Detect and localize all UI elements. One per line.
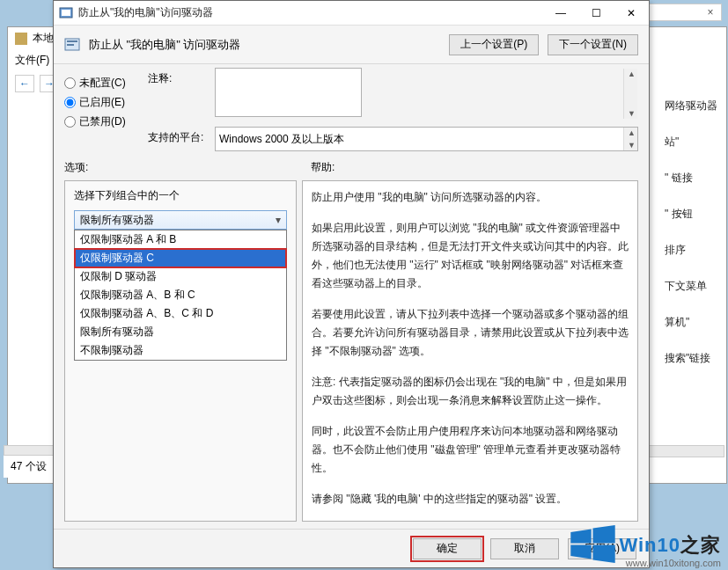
combo-option[interactable]: 仅限制驱动器 A 和 B bbox=[75, 230, 286, 249]
combo-option[interactable]: 限制所有驱动器 bbox=[75, 323, 286, 341]
combo-option[interactable]: 不限制驱动器 bbox=[75, 341, 286, 360]
combo-option[interactable]: 仅限制驱动器 A、B 和 C bbox=[75, 286, 286, 304]
radio-input[interactable] bbox=[64, 116, 76, 128]
policy-icon bbox=[64, 37, 80, 53]
combo-group-label: 选择下列组合中的一个 bbox=[74, 188, 287, 203]
bg-label: 网络驱动器 bbox=[661, 97, 723, 115]
svg-marker-7 bbox=[571, 544, 592, 559]
scroll-up-icon[interactable]: ▲ bbox=[628, 69, 636, 78]
window-title: 防止从"我的电脑"访问驱动器 bbox=[78, 5, 543, 20]
options-pane: 选择下列组合中的一个 限制所有驱动器 仅限制驱动器 A 和 B 仅限制驱动器 C… bbox=[64, 180, 297, 522]
bg-console-title: 本地 bbox=[33, 31, 54, 46]
platform-text: Windows 2000 及以上版本 bbox=[219, 132, 344, 147]
watermark-url: www.win10xitong.com bbox=[626, 558, 721, 568]
help-paragraph: 注意: 代表指定驱动器的图标仍会出现在 "我的电脑" 中，但是如果用户双击这些图… bbox=[312, 373, 629, 410]
options-label: 选项: bbox=[64, 160, 311, 175]
minimize-button[interactable]: — bbox=[543, 2, 578, 25]
help-paragraph: 同时，此设置不会防止用户使用程序来访问本地驱动器和网络驱动器。也不会防止他们使用… bbox=[312, 422, 629, 478]
radio-label: 已启用(E) bbox=[79, 95, 125, 110]
combo-option[interactable]: 仅限制驱动器 C bbox=[75, 249, 286, 267]
watermark-brand2: 之家 bbox=[680, 534, 721, 556]
radio-disabled[interactable]: 已禁用(D) bbox=[64, 114, 148, 129]
help-paragraph: 防止用户使用 "我的电脑" 访问所选驱动器的内容。 bbox=[312, 188, 629, 207]
maximize-button[interactable]: ☐ bbox=[578, 2, 614, 25]
svg-marker-8 bbox=[593, 544, 615, 563]
prev-setting-button[interactable]: 上一个设置(P) bbox=[449, 34, 539, 55]
drive-combo[interactable]: 限制所有驱动器 仅限制驱动器 A 和 B 仅限制驱动器 C 仅限制 D 驱动器 … bbox=[74, 210, 287, 230]
bg-label: 排序 bbox=[661, 241, 723, 259]
bg-label: " 链接 bbox=[661, 169, 723, 187]
nav-back-button[interactable]: ← bbox=[15, 75, 34, 92]
combo-dropdown: 仅限制驱动器 A 和 B 仅限制驱动器 C 仅限制 D 驱动器 仅限制驱动器 A… bbox=[74, 230, 287, 361]
radio-label: 已禁用(D) bbox=[79, 114, 126, 129]
windows-logo-icon bbox=[569, 524, 617, 566]
radio-not-configured[interactable]: 未配置(C) bbox=[64, 76, 148, 91]
combo-option[interactable]: 仅限制驱动器 A、B、C 和 D bbox=[75, 304, 286, 323]
cancel-button[interactable]: 取消 bbox=[490, 538, 559, 559]
help-pane: 防止用户使用 "我的电脑" 访问所选驱动器的内容。 如果启用此设置，则用户可以浏… bbox=[302, 180, 638, 522]
comment-label: 注释: bbox=[148, 68, 204, 86]
close-icon: × bbox=[703, 6, 717, 18]
platform-value: Windows 2000 及以上版本 bbox=[215, 127, 638, 151]
svg-marker-6 bbox=[593, 525, 615, 544]
comment-input[interactable] bbox=[215, 68, 362, 117]
watermark-text: Win10之家 bbox=[619, 532, 721, 559]
titlebar: 防止从"我的电脑"访问驱动器 — ☐ ✕ bbox=[54, 1, 649, 26]
scroll-down-icon[interactable]: ▼ bbox=[628, 141, 636, 150]
bg-label: 站" bbox=[661, 133, 723, 151]
folder-icon bbox=[15, 33, 27, 45]
platform-label: 支持的平台: bbox=[148, 127, 204, 145]
svg-rect-3 bbox=[67, 40, 77, 42]
radio-enabled[interactable]: 已启用(E) bbox=[64, 95, 148, 110]
ok-button[interactable]: 确定 bbox=[413, 538, 482, 559]
dialog-footer: 确定 取消 应用(A) bbox=[54, 529, 649, 567]
help-paragraph: 请参阅 "隐藏 '我的电脑' 中的这些指定的驱动器" 设置。 bbox=[312, 490, 629, 508]
policy-dialog: 防止从"我的电脑"访问驱动器 — ☐ ✕ 防止从 "我的电脑" 访问驱动器 上一… bbox=[53, 0, 650, 568]
watermark-brand1: Win10 bbox=[619, 534, 680, 556]
svg-rect-4 bbox=[67, 44, 74, 46]
status-count: 47 个设 bbox=[4, 455, 56, 478]
combo-value: 限制所有驱动器 bbox=[80, 213, 154, 228]
bg-label: 算机" bbox=[661, 313, 723, 332]
combo-display[interactable]: 限制所有驱动器 bbox=[74, 210, 287, 230]
help-paragraph: 若要使用此设置，请从下拉列表中选择一个驱动器或多个驱动器的组合。若要允许访问所有… bbox=[312, 305, 629, 361]
radio-input[interactable] bbox=[64, 77, 76, 89]
radio-input[interactable] bbox=[64, 97, 76, 108]
app-icon bbox=[59, 6, 73, 20]
bg-label: 下文菜单 bbox=[661, 277, 723, 296]
radio-label: 未配置(C) bbox=[79, 76, 126, 91]
scroll-up-icon[interactable]: ▲ bbox=[628, 128, 636, 137]
svg-rect-1 bbox=[62, 10, 70, 16]
help-label: 帮助: bbox=[311, 160, 335, 175]
scroll-down-icon[interactable]: ▼ bbox=[628, 109, 636, 118]
policy-title: 防止从 "我的电脑" 访问驱动器 bbox=[89, 37, 440, 53]
combo-option[interactable]: 仅限制 D 驱动器 bbox=[75, 267, 286, 286]
background-side-labels: 网络驱动器 站" " 链接 " 按钮 排序 下文菜单 算机" 搜索"链接 bbox=[661, 97, 723, 368]
bg-label: 搜索"链接 bbox=[661, 349, 723, 368]
next-setting-button[interactable]: 下一个设置(N) bbox=[548, 34, 638, 55]
watermark: Win10之家 www.win10xitong.com bbox=[569, 524, 721, 566]
close-button[interactable]: ✕ bbox=[614, 2, 649, 25]
help-paragraph: 如果启用此设置，则用户可以浏览 "我的电脑" 或文件资源管理器中所选驱动器的目录… bbox=[312, 219, 629, 293]
header-row: 防止从 "我的电脑" 访问驱动器 上一个设置(P) 下一个设置(N) bbox=[54, 26, 649, 64]
svg-marker-5 bbox=[571, 529, 592, 543]
bg-label: " 按钮 bbox=[661, 205, 723, 223]
state-radio-group: 未配置(C) 已启用(E) 已禁用(D) bbox=[64, 68, 148, 151]
